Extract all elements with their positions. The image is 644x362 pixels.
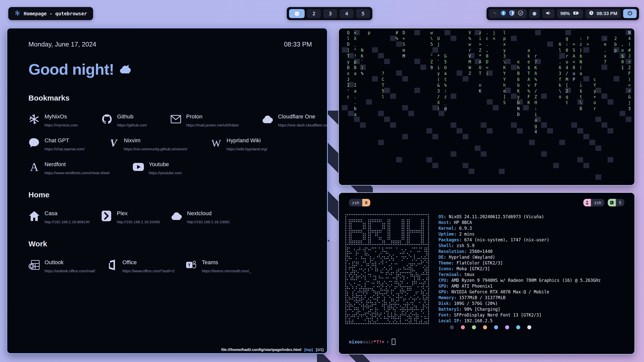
matrix-char: j — [628, 100, 631, 106]
matrix-char: $ — [621, 53, 624, 59]
matrix-trail-block — [438, 111, 444, 116]
matrix-char: w — [468, 41, 472, 47]
bookmark-url: https://www.nerdfonts.com/cheat-sheet — [45, 171, 109, 175]
matrix-char: ^ — [353, 48, 357, 53]
fastfetch-line: Terminal: tmux — [438, 272, 601, 278]
matrix-char: U — [437, 36, 440, 41]
matrix-char: u — [565, 59, 569, 65]
tray-battery[interactable]: 98% — [557, 9, 583, 18]
matrix-trail-block — [511, 94, 517, 99]
matrix-char: b — [353, 106, 357, 112]
matrix-trail-block — [608, 128, 613, 133]
bookmark-url: https://mail.proton.me/u/0/inbox — [186, 123, 239, 127]
matrix-char: N — [360, 48, 364, 53]
matrix-char: 5 — [381, 88, 385, 94]
matrix-char: ( — [437, 77, 440, 82]
bookmark-row: ANerdfonthttps://www.nerdfonts.com/cheat… — [28, 161, 312, 175]
tray-icons-group[interactable] — [489, 9, 527, 18]
bookmark-nextcloud[interactable]: Nextcloudhttp://192.168.2.16:10081 — [171, 210, 230, 224]
matrix-trail-block — [378, 140, 384, 145]
bookmark-proton[interactable]: Protonhttps://mail.proton.me/u/0/inbox — [170, 113, 239, 127]
fastfetch-value: : 109G / 576G (20%) — [449, 301, 498, 306]
matrix-char: . — [485, 30, 489, 36]
bookmark-youtube[interactable]: Youtubehttps://youtube.com — [133, 161, 182, 175]
bookmark-github[interactable]: Githubhttps://github.com — [101, 113, 147, 127]
matrix-char: % — [395, 36, 399, 41]
bookmark-teams[interactable]: TTeamshttps://teams.microsoft.com/_ — [186, 259, 251, 273]
matrix-char: l — [381, 94, 385, 100]
bookmark-casa[interactable]: Casahttp://192.168.2.16:8081/#/ — [28, 210, 90, 224]
matrix-trail-block — [626, 117, 631, 122]
matrix-char: \ — [579, 100, 583, 106]
bookmark-chat-gpt[interactable]: Chat GPThttps://chat.openai.com/ — [28, 137, 85, 151]
matrix-char: 3 — [437, 88, 440, 94]
bookmark-nerdfont[interactable]: ANerdfonthttps://www.nerdfonts.com/cheat… — [28, 161, 109, 175]
fastfetch-line: CPU: AMD Ryzen 9 7940HS w/ Radeon 780M G… — [438, 278, 601, 283]
tray-idle-indicator[interactable] — [529, 9, 540, 18]
matrix-char: a — [353, 112, 357, 117]
startpage-date: Monday, June 17, 2024 — [28, 40, 96, 48]
matrix-char: e — [527, 59, 531, 65]
fastfetch-line: Icons: Moka [GTK2/3] — [438, 266, 601, 272]
matrix-char: n — [478, 82, 482, 88]
matrix-trail-block — [541, 151, 547, 157]
tmux-status-pill[interactable]: 5 — [608, 199, 624, 206]
fastfetch-line: Host: HP 8BCA — [438, 220, 601, 225]
matrix-char: S — [402, 41, 406, 47]
bookmark-hyprland-wiki[interactable]: WHyprland Wikihttps://wiki.hyprland.org/ — [211, 137, 267, 151]
workspace-button-3[interactable]: 3 — [323, 9, 337, 18]
bookmark-name: Chat GPT — [45, 137, 85, 144]
matrix-char: V — [468, 30, 472, 36]
a-icon: A — [28, 161, 40, 173]
check-circle-icon[interactable] — [518, 10, 523, 17]
power-button[interactable] — [623, 9, 637, 18]
matrix-char: x — [603, 53, 607, 59]
workspace-button-5[interactable]: 5 — [356, 9, 370, 18]
fastfetch-value: : HP 8BCA — [449, 220, 472, 225]
tray-volume[interactable] — [542, 9, 555, 18]
cloud-icon — [171, 210, 182, 222]
fastfetch-label: Terminal — [438, 272, 459, 277]
bluetooth-icon[interactable] — [501, 11, 506, 17]
bookmark-office[interactable]: Officehttps://www.office.com/?auth=2 — [106, 259, 175, 273]
terminal-fetch-window[interactable]: zsh 0 zsh5 OS: NixOS 24.11.20240612.57d6… — [338, 192, 635, 354]
bookmark-name: Youtube — [149, 161, 182, 168]
workspace-button-2[interactable]: 2 — [307, 9, 321, 18]
matrix-char: / — [437, 94, 440, 100]
tray-clock[interactable]: 08:33 PM — [585, 9, 621, 18]
matrix-trail-block — [414, 30, 420, 35]
bookmark-plex[interactable]: Plexhttp://192.168.2.16:32400 — [101, 210, 160, 224]
matrix-trail-block — [475, 146, 480, 151]
bookmark-url: https://youtube.com — [149, 171, 182, 175]
matrix-trail-block — [601, 122, 607, 128]
tmux-window-tab[interactable]: zsh 0 — [349, 199, 370, 206]
matrix-char: * — [437, 53, 440, 59]
matrix-char: & — [437, 82, 440, 88]
matrix-char: [ — [565, 82, 569, 88]
bookmark-outlook[interactable]: Outlookhttps://outlook.office.com/mail/ — [28, 259, 95, 273]
bookmark-cloudflare-one[interactable]: Cloudflare Onehttps://one.dash.cloudflar… — [262, 113, 328, 127]
tmux-status-pill[interactable]: zsh — [583, 199, 604, 206]
matrix-char: 0 — [621, 59, 624, 65]
matrix-char: r — [593, 106, 597, 112]
workspace-button-active[interactable] — [289, 9, 305, 18]
bookmark-url: https://outlook.office.com/mail/ — [45, 269, 95, 273]
matrix-char: D — [516, 112, 520, 117]
matrix-char: j — [492, 30, 496, 36]
shield-vpn-icon[interactable] — [509, 10, 514, 17]
prompt-git-flags: *?!+ — [374, 339, 384, 344]
matrix-trail-block — [583, 47, 589, 53]
matrix-char: K — [534, 65, 538, 71]
bookmark-mynixos[interactable]: MyNixOshttps://mynixos.com — [28, 113, 78, 127]
matrix-char: T — [381, 82, 385, 88]
kdeconnect-icon[interactable] — [492, 11, 497, 17]
terminal-matrix-window[interactable]: QlD]TyBxJI'c<X_^!pBaIa..baNK`)%p?CT5l#%D… — [338, 28, 635, 186]
matrix-char: j — [437, 41, 440, 47]
bookmark-nixvim[interactable]: VNixvimhttps://nix-community.github.io/n… — [108, 137, 187, 151]
matrix-char: < — [485, 65, 489, 71]
matrix-trail-block — [553, 163, 559, 168]
shell-prompt[interactable]: nixos main*?!+ › — [349, 339, 395, 345]
workspace-button-4[interactable]: 4 — [340, 9, 354, 18]
matrix-trail-block — [499, 169, 505, 174]
fastfetch-value: : 6.9.3 — [454, 226, 472, 231]
